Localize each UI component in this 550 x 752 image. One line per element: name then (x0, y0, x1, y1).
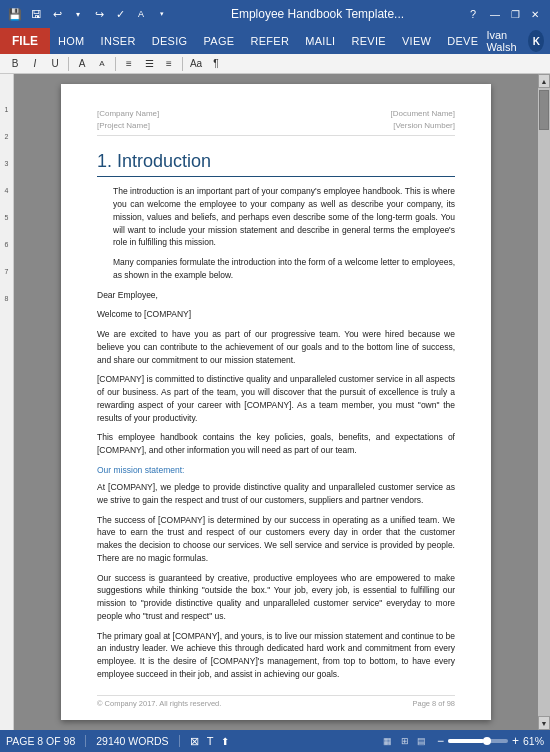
font-icon[interactable]: A (132, 5, 150, 23)
footer-page-number: Page 8 of 98 (412, 699, 455, 710)
para-excited: We are excited to have you as part of ou… (97, 328, 455, 366)
section-heading: 1. Introduction (97, 148, 455, 177)
dropdown-icon[interactable]: ▾ (153, 5, 171, 23)
para-mission-1: At [COMPANY], we pledge to provide disti… (97, 481, 455, 507)
para-committed: [COMPANY] is committed to distinctive qu… (97, 373, 455, 424)
zoom-area: − + 61% (437, 734, 544, 748)
italic-button[interactable]: I (26, 56, 44, 72)
separator-1 (68, 57, 69, 71)
page-header-left: [Company Name] [Project Name] (97, 108, 159, 131)
font-color-button[interactable]: A (93, 56, 111, 72)
align-center-button[interactable]: ☰ (140, 56, 158, 72)
print-view-icon[interactable]: ▦ (381, 734, 395, 748)
para-mission-4: The primary goal at [COMPANY], and yours… (97, 630, 455, 681)
user-name: Ivan Walsh (486, 29, 524, 53)
tab-mailings[interactable]: MAILI (297, 28, 343, 54)
upload-icon[interactable]: ⬆ (221, 736, 229, 747)
restore-button[interactable]: ❐ (506, 6, 524, 22)
tab-insert[interactable]: INSER (93, 28, 144, 54)
ribbon-tabs: HOM INSER DESIG PAGE REFER MAILI REVIE V… (50, 28, 486, 54)
document-page: [Company Name] [Project Name] [Document … (61, 84, 491, 720)
user-avatar[interactable]: K (528, 30, 544, 52)
ribbon-bar: FILE HOM INSER DESIG PAGE REFER MAILI RE… (0, 28, 550, 54)
para-mission-3: Our success is guaranteed by creative, p… (97, 572, 455, 623)
user-area: Ivan Walsh K (486, 29, 550, 53)
word-count: 29140 WORDS (96, 735, 168, 747)
tab-view[interactable]: VIEW (394, 28, 439, 54)
document-name-field: [Document Name] (391, 108, 455, 120)
help-icon[interactable]: ? (464, 5, 482, 23)
zoom-level: 61% (523, 735, 544, 747)
read-view-icon[interactable]: ▤ (415, 734, 429, 748)
spell-icon[interactable]: ✓ (111, 5, 129, 23)
page-header-right: [Document Name] [Version Number] (391, 108, 455, 131)
mission-label: Our mission statement: (97, 464, 455, 476)
underline-button[interactable]: U (46, 56, 64, 72)
font-size-button[interactable]: A (73, 56, 91, 72)
file-tab[interactable]: FILE (0, 28, 50, 54)
zoom-in-button[interactable]: + (512, 734, 519, 748)
bold-button[interactable]: B (6, 56, 24, 72)
view-icons: ▦ ⊞ ▤ (381, 734, 429, 748)
page-footer: © Company 2017. All rights reserved. Pag… (97, 695, 455, 710)
tab-review[interactable]: REVIE (343, 28, 394, 54)
document-title: Employee Handbook Template... (175, 7, 460, 21)
tab-references[interactable]: REFER (242, 28, 297, 54)
paragraph-button[interactable]: ¶ (207, 56, 225, 72)
status-sep-1 (85, 735, 86, 747)
ribbon-toolbar: B I U A A ≡ ☰ ≡ Aa ¶ (0, 54, 550, 74)
style-button[interactable]: Aa (187, 56, 205, 72)
tab-home[interactable]: HOM (50, 28, 93, 54)
status-sep-2 (179, 735, 180, 747)
align-left-button[interactable]: ≡ (120, 56, 138, 72)
para-handbook: This employee handbook contains the key … (97, 431, 455, 457)
minimize-button[interactable]: — (486, 6, 504, 22)
document-area[interactable]: [Company Name] [Project Name] [Document … (14, 74, 538, 730)
vertical-ruler: 1 2 3 4 5 6 7 8 (0, 74, 14, 730)
window-controls: — ❐ ✕ (486, 6, 544, 22)
para-welcome: Welcome to [COMPANY] (97, 308, 455, 321)
track-changes-icon[interactable]: ⊠ (190, 735, 199, 748)
project-name-field: [Project Name] (97, 120, 159, 132)
scroll-thumb[interactable] (539, 90, 549, 130)
quick-access-toolbar: 💾 🖫 ↩ ▾ ↪ ✓ A ▾ (6, 5, 171, 23)
main-area: 1 2 3 4 5 6 7 8 [Company Name] [Project … (0, 74, 550, 730)
scroll-down-button[interactable]: ▼ (538, 716, 550, 730)
tab-page[interactable]: PAGE (195, 28, 242, 54)
undo-arrow-icon: ▾ (69, 5, 87, 23)
zoom-slider[interactable] (448, 739, 508, 743)
save-icon[interactable]: 💾 (6, 5, 24, 23)
page-info: PAGE 8 OF 98 (6, 735, 75, 747)
separator-2 (115, 57, 116, 71)
save2-icon[interactable]: 🖫 (27, 5, 45, 23)
company-name-field: [Company Name] (97, 108, 159, 120)
text-icon[interactable]: T (207, 735, 214, 747)
para-1: The introduction is an important part of… (113, 185, 455, 249)
para-mission-2: The success of [COMPANY] is determined b… (97, 514, 455, 565)
close-button[interactable]: ✕ (526, 6, 544, 22)
para-2: Many companies formulate the introductio… (113, 256, 455, 282)
title-bar: 💾 🖫 ↩ ▾ ↪ ✓ A ▾ Employee Handbook Templa… (0, 0, 550, 28)
zoom-out-button[interactable]: − (437, 734, 444, 748)
zoom-fill (448, 739, 484, 743)
tab-developer[interactable]: DEVE (439, 28, 486, 54)
page-header: [Company Name] [Project Name] [Document … (97, 108, 455, 136)
separator-3 (182, 57, 183, 71)
align-right-button[interactable]: ≡ (160, 56, 178, 72)
tab-design[interactable]: DESIG (144, 28, 196, 54)
para-dear: Dear Employee, (97, 289, 455, 302)
right-scrollbar: ▲ ▼ (538, 74, 550, 730)
redo-icon[interactable]: ↪ (90, 5, 108, 23)
status-bar: PAGE 8 OF 98 29140 WORDS ⊠ T ⬆ ▦ ⊞ ▤ − +… (0, 730, 550, 752)
undo-icon[interactable]: ↩ (48, 5, 66, 23)
scroll-up-button[interactable]: ▲ (538, 74, 550, 88)
web-view-icon[interactable]: ⊞ (398, 734, 412, 748)
version-number-field: [Version Number] (391, 120, 455, 132)
zoom-thumb[interactable] (483, 737, 491, 745)
footer-copyright: © Company 2017. All rights reserved. (97, 699, 221, 710)
